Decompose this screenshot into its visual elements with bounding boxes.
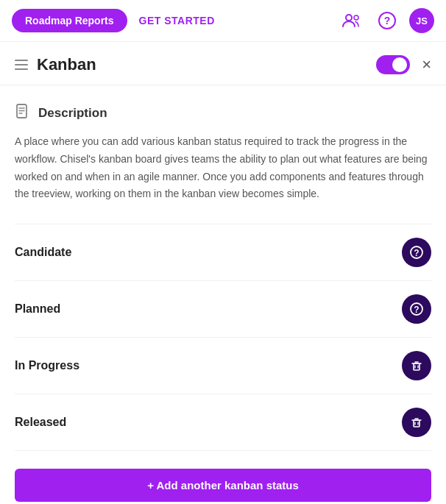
people-icon: [341, 10, 362, 31]
status-item-in-progress: In Progress: [15, 338, 431, 394]
question-icon: ?: [409, 302, 424, 316]
status-item-planned: Planned ?: [15, 281, 431, 338]
description-title: Description: [38, 106, 107, 121]
user-avatar[interactable]: JS: [409, 8, 434, 33]
status-label-in-progress: In Progress: [15, 359, 79, 372]
svg-rect-17: [414, 420, 420, 427]
svg-text:?: ?: [384, 15, 391, 26]
panel-title: Kanban: [37, 55, 376, 74]
svg-point-1: [354, 15, 358, 20]
toggle-container: [376, 55, 410, 74]
get-started-button[interactable]: GET STARTED: [136, 9, 218, 32]
people-icon-button[interactable]: [339, 7, 365, 34]
roadmap-reports-button[interactable]: Roadmap Reports: [12, 9, 127, 32]
panel-header: Kanban ×: [0, 42, 446, 85]
question-icon: ?: [409, 245, 424, 260]
hamburger-menu-icon[interactable]: [15, 60, 28, 70]
add-status-button[interactable]: + Add another kanban status: [15, 469, 431, 502]
status-list: Candidate ? Planned ? In Progress: [15, 224, 431, 451]
planned-help-button[interactable]: ?: [402, 294, 431, 324]
svg-text:?: ?: [414, 305, 419, 315]
status-item-candidate: Candidate ?: [15, 224, 431, 281]
description-body: A place where you can add various kanban…: [15, 133, 431, 203]
trash-icon: [409, 415, 424, 430]
help-icon-button[interactable]: ?: [374, 7, 400, 34]
in-progress-delete-button[interactable]: [402, 351, 431, 380]
status-label-candidate: Candidate: [15, 246, 71, 259]
panel-content: Description A place where you can add va…: [0, 85, 446, 504]
status-item-released: Released: [15, 394, 431, 451]
document-icon: [15, 103, 31, 123]
kanban-toggle[interactable]: [376, 55, 410, 74]
description-header: Description: [15, 103, 431, 123]
svg-rect-12: [414, 363, 420, 370]
svg-text:?: ?: [414, 248, 419, 258]
close-button[interactable]: ×: [422, 57, 431, 73]
trash-icon: [409, 358, 424, 373]
released-delete-button[interactable]: [402, 408, 431, 437]
status-label-released: Released: [15, 416, 66, 429]
svg-point-0: [346, 15, 352, 21]
help-circle-icon: ?: [377, 10, 397, 31]
top-nav: Roadmap Reports GET STARTED ? JS: [0, 0, 446, 42]
candidate-help-button[interactable]: ?: [402, 238, 431, 267]
status-label-planned: Planned: [15, 302, 60, 316]
